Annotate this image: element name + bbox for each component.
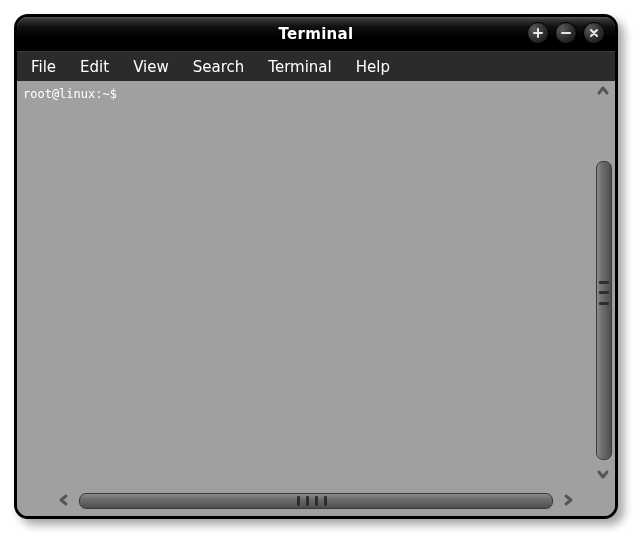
menu-file[interactable]: File	[31, 58, 56, 76]
close-button[interactable]	[583, 22, 605, 44]
scroll-left-button[interactable]	[53, 488, 75, 512]
horizontal-scroll-track[interactable]	[77, 491, 555, 509]
menu-search[interactable]: Search	[193, 58, 245, 76]
window-title: Terminal	[279, 25, 354, 43]
horizontal-scrollbar	[53, 488, 579, 512]
chevron-right-icon	[561, 488, 575, 512]
vertical-scroll-grip	[599, 281, 609, 305]
menu-view[interactable]: View	[133, 58, 169, 76]
titlebar: Terminal	[17, 17, 615, 51]
chevron-down-icon	[596, 466, 610, 485]
chevron-up-icon	[596, 83, 610, 102]
terminal-viewport[interactable]: root@linux:~$	[21, 83, 591, 486]
minimize-button[interactable]	[555, 22, 577, 44]
new-window-button[interactable]	[527, 22, 549, 44]
terminal-window: Terminal	[14, 14, 618, 519]
menu-help[interactable]: Help	[356, 58, 390, 76]
vertical-scrollbar	[591, 81, 615, 486]
vertical-scroll-thumb[interactable]	[596, 161, 612, 460]
terminal-prompt: root@linux:~$	[21, 83, 591, 101]
window-buttons	[527, 22, 605, 44]
vertical-scroll-track[interactable]	[594, 105, 612, 462]
chevron-left-icon	[57, 488, 71, 512]
close-icon	[589, 28, 599, 38]
terminal-body: root@linux:~$	[17, 81, 615, 516]
menubar: File Edit View Search Terminal Help	[17, 51, 615, 82]
scroll-right-button[interactable]	[557, 488, 579, 512]
horizontal-scroll-thumb[interactable]	[79, 493, 553, 509]
scroll-down-button[interactable]	[591, 464, 615, 486]
menu-terminal[interactable]: Terminal	[268, 58, 331, 76]
scroll-up-button[interactable]	[591, 81, 615, 103]
minus-icon	[561, 28, 571, 38]
plus-icon	[533, 28, 543, 38]
menu-edit[interactable]: Edit	[80, 58, 109, 76]
horizontal-scroll-grip	[297, 496, 327, 506]
